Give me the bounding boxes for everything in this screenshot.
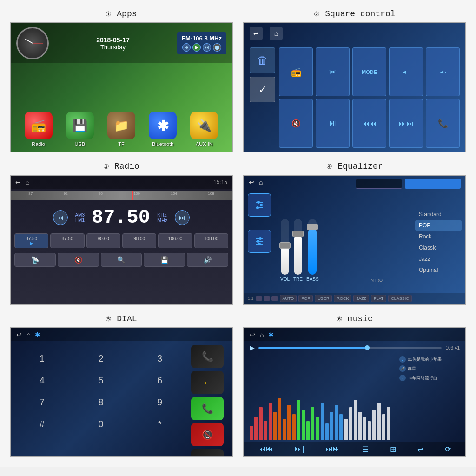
dial-key-7[interactable]: 7 bbox=[14, 393, 70, 411]
dial-key-5[interactable]: 5 bbox=[73, 371, 129, 390]
eq-vol-knob[interactable] bbox=[279, 242, 291, 249]
eq-preset-pop[interactable]: POP bbox=[415, 220, 462, 231]
eq-bass-track[interactable] bbox=[308, 219, 317, 275]
sq-back-btn[interactable]: ↩ bbox=[250, 27, 263, 40]
app-auxin[interactable]: 🔌 AUX IN bbox=[190, 112, 218, 147]
music-grid-btn[interactable]: ⊞ bbox=[390, 445, 396, 454]
dial-key-8[interactable]: 8 bbox=[73, 393, 129, 411]
track-2-icon: 🎤 bbox=[399, 365, 406, 372]
app-tf[interactable]: 📁 TF bbox=[107, 112, 135, 147]
app-usb[interactable]: 💾 USB bbox=[66, 112, 94, 147]
sq-vol-up-btn[interactable]: ◄+ bbox=[389, 47, 423, 96]
sq-prev-btn[interactable]: ⏮⏮ bbox=[352, 99, 386, 148]
preset-5[interactable]: 106.00 bbox=[158, 233, 192, 248]
dial-key-4[interactable]: 4 bbox=[14, 371, 70, 390]
music-home-btn[interactable]: ⌂ bbox=[260, 331, 264, 338]
app-radio[interactable]: 📻 Radio bbox=[25, 112, 53, 147]
preset-6[interactable]: 108.00 bbox=[194, 233, 228, 248]
sq-cut-btn[interactable]: ✂ bbox=[316, 47, 350, 96]
eq-home-btn[interactable]: ⌂ bbox=[259, 178, 263, 189]
music-shuffle-btn[interactable]: ⇌ bbox=[417, 445, 423, 454]
eq-preset-standard[interactable]: Standard bbox=[415, 209, 462, 219]
dial-key-6[interactable]: 6 bbox=[132, 371, 187, 390]
sq-mute-btn[interactable]: 🔇 bbox=[279, 99, 313, 148]
dial-grey-btn[interactable]: 📞 bbox=[191, 449, 224, 457]
music-prev-btn[interactable]: ⏮⏮ bbox=[258, 445, 273, 454]
dial-key-2[interactable]: 2 bbox=[73, 350, 129, 368]
dial-phone-icon[interactable]: 📞 bbox=[191, 345, 224, 368]
intro-label: INTRO bbox=[370, 278, 383, 283]
music-next-btn[interactable]: ⏭⏭ bbox=[325, 445, 340, 454]
music-repeat-btn[interactable]: ⟳ bbox=[445, 445, 451, 454]
dial-red-call-btn[interactable]: 📵 bbox=[191, 423, 224, 446]
progress-knob[interactable] bbox=[365, 345, 370, 350]
music-back-btn[interactable]: ↩ bbox=[250, 331, 255, 338]
eq-tre-track[interactable] bbox=[294, 219, 302, 275]
radio-prev-btn[interactable]: ⏮ bbox=[182, 43, 191, 52]
radio-back-btn[interactable]: ↩ bbox=[15, 178, 21, 186]
eq-vol-track[interactable] bbox=[281, 219, 289, 275]
dial-key-1[interactable]: 1 bbox=[14, 350, 70, 368]
radio-tune-prev[interactable]: ⏮ bbox=[53, 210, 68, 225]
dial-green-call-btn[interactable]: 📞 bbox=[191, 397, 224, 420]
dial-key-3[interactable]: 3 bbox=[132, 350, 187, 368]
eq-user-btn[interactable]: USER bbox=[315, 295, 332, 302]
radio-search-btn[interactable]: 🔍 bbox=[101, 253, 142, 267]
music-list-btn[interactable]: ☰ bbox=[362, 445, 369, 454]
dial-key-hash[interactable]: # bbox=[14, 415, 70, 433]
radio-mute-btn[interactable]: 🔇 bbox=[58, 253, 99, 267]
app-bluetooth[interactable]: ✱ Bluetooth bbox=[149, 112, 177, 147]
sq-mode-btn[interactable]: MODE bbox=[352, 47, 386, 96]
music-play-btn[interactable]: ▶ bbox=[250, 344, 255, 351]
eq-adj-icon-top[interactable] bbox=[248, 193, 271, 217]
radio-vol-btn[interactable]: 🔊 bbox=[187, 253, 228, 267]
sq-vol-down-btn[interactable]: ◄- bbox=[426, 47, 460, 96]
eq-adj-icon-bot[interactable] bbox=[248, 230, 271, 253]
dial-key-star[interactable]: * bbox=[132, 415, 187, 433]
eq-tre-knob[interactable] bbox=[292, 231, 304, 237]
eq-preset-jazz[interactable]: Jazz bbox=[415, 254, 462, 264]
radio-next-btn[interactable]: ⏭ bbox=[203, 43, 211, 52]
music-play-pause-btn[interactable]: ⏭| bbox=[295, 445, 304, 454]
sq-home-btn[interactable]: ⌂ bbox=[270, 27, 283, 40]
dial-back-btn[interactable]: ↩ bbox=[16, 331, 22, 338]
radio-cast-btn[interactable]: 📡 bbox=[14, 253, 56, 267]
clock-widget bbox=[16, 27, 49, 60]
sq-trash-btn[interactable]: 🗑 bbox=[250, 47, 275, 73]
radio-tune-next[interactable]: ⏭ bbox=[175, 210, 190, 225]
eq-name-input[interactable] bbox=[356, 178, 402, 189]
sq-check-btn[interactable]: ✓ bbox=[250, 77, 275, 102]
eq-preset-optimal[interactable]: Optimal bbox=[415, 265, 462, 275]
sq-phone-btn[interactable]: 📞 bbox=[426, 99, 460, 148]
sq-radio-btn[interactable]: 📻 bbox=[279, 47, 313, 96]
eq-classic-btn[interactable]: CLASSIC bbox=[388, 295, 412, 302]
eq-back-btn[interactable]: ↩ bbox=[249, 178, 254, 189]
eq-bass-knob[interactable] bbox=[307, 224, 318, 230]
dial-backspace-btn[interactable]: ← bbox=[191, 371, 224, 394]
progress-track[interactable] bbox=[258, 347, 442, 349]
preset-3[interactable]: 90.00 bbox=[86, 233, 120, 248]
radio-play-btn[interactable]: ▶ bbox=[192, 43, 201, 52]
radio-extra-btn[interactable]: ⬤ bbox=[213, 43, 221, 52]
dial-home-btn[interactable]: ⌂ bbox=[26, 331, 30, 338]
dial-key-9[interactable]: 9 bbox=[132, 393, 187, 411]
track-2[interactable]: 🎤 群星 bbox=[399, 365, 462, 372]
radio-save-btn[interactable]: 💾 bbox=[144, 253, 185, 267]
sq-next-btn[interactable]: ⏭⏭ bbox=[389, 99, 423, 148]
preset-1[interactable]: 87.50 ▶ bbox=[14, 233, 48, 248]
preset-2[interactable]: 87.50 bbox=[50, 233, 84, 248]
eq-flat-btn[interactable]: FLAT bbox=[371, 295, 386, 302]
eq-jazz-btn[interactable]: JAZZ bbox=[353, 295, 369, 302]
eq-pop-btn[interactable]: POP bbox=[298, 295, 313, 302]
dial-key-0[interactable]: 0 bbox=[73, 415, 129, 433]
eq-rock-btn[interactable]: ROCK bbox=[334, 295, 351, 302]
eq-preset-rock[interactable]: Rock bbox=[415, 231, 462, 242]
eq-preset-classic[interactable]: Classic bbox=[415, 243, 462, 253]
track-3[interactable]: ♪ 10年网络流行曲 bbox=[399, 375, 462, 381]
radio-tuner-ruler[interactable]: 87 92 96 100 104 108 bbox=[11, 191, 232, 200]
sq-play-pause-btn[interactable]: ⏯ bbox=[316, 99, 350, 148]
radio-home-btn[interactable]: ⌂ bbox=[26, 178, 29, 186]
eq-auto-btn[interactable]: AUTO bbox=[280, 295, 297, 302]
preset-4[interactable]: 98.00 bbox=[122, 233, 156, 248]
track-1[interactable]: ♪ 01你是我的小苹果 bbox=[399, 356, 462, 363]
